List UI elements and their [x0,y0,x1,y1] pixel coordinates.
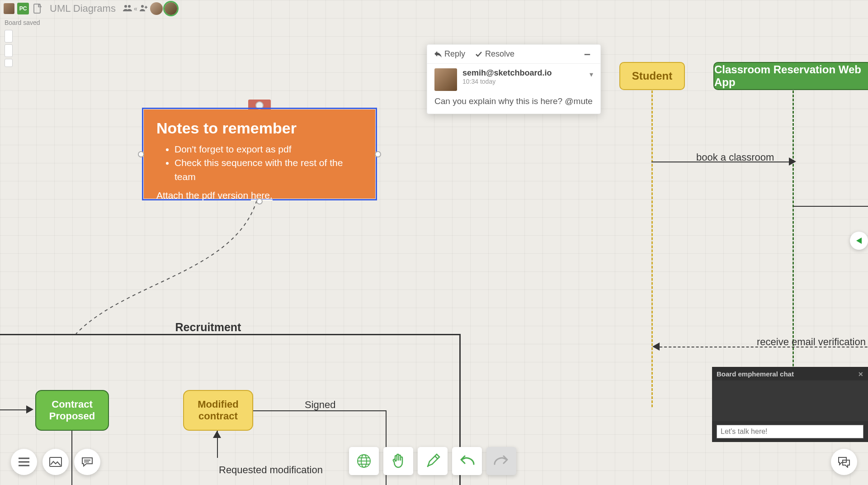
resize-handle-left[interactable] [138,151,144,157]
owner-avatar[interactable] [4,3,14,14]
panel-collapse-button[interactable] [850,232,868,250]
sequence-actor-student[interactable]: Student [619,62,685,90]
comments-icon[interactable] [74,449,100,475]
arrow-head-icon [26,405,33,414]
globe-icon[interactable] [349,447,379,475]
flow-label-requested: Requested modification [219,464,323,476]
resize-handle-bottom[interactable] [256,198,263,204]
redo-icon[interactable] [486,447,516,475]
arrow-head-icon [652,342,660,351]
insert-image-icon[interactable] [42,449,69,475]
sequence-actor-app[interactable]: Classroom Reservation Web App [713,62,868,90]
flow-label-signed: Signed [305,399,336,411]
comment-popup: Reply Resolve － semih@sketchboard.io 10:… [427,44,601,114]
comment-text: Can you explain why this is here? @mute [427,94,600,114]
zoom-fit-button[interactable] [5,59,13,67]
sticky-note[interactable]: Notes to remember Don't forget to export… [142,108,377,200]
svg-point-1 [124,5,127,8]
flow-line [0,409,28,410]
comment-user: semih@sketchboard.io [462,68,552,78]
resolve-button[interactable]: Resolve [475,49,514,59]
zoom-in-button[interactable] [5,30,13,43]
chat-messages[interactable] [712,380,868,421]
chat-title: Board emphemeral chat [717,370,794,378]
collaborator-avatar-1[interactable] [150,2,163,15]
undo-icon[interactable] [452,447,482,475]
state-contract-proposed[interactable]: Contract Proposed [35,390,109,431]
bottom-left-toolbar [11,449,100,475]
team-icon[interactable] [123,4,132,13]
arrow-head-icon [789,157,796,166]
note-bullet: Don't forget to export as pdf [175,143,363,156]
chat-toggle-icon[interactable] [831,449,857,475]
chat-title-bar[interactable]: Board emphemeral chat ✕ [712,367,868,380]
note-title: Notes to remember [156,119,363,137]
seq-arrow-out[interactable] [793,206,868,207]
recruitment-title: Recruitment [175,321,241,334]
add-user-icon[interactable] [139,4,148,13]
state-modified-contract[interactable]: Modified contract [183,390,253,431]
close-icon[interactable]: ✕ [858,371,863,378]
svg-point-3 [141,5,144,8]
arrow-head-icon [213,431,221,438]
hand-pan-icon[interactable] [383,447,413,475]
note-body[interactable]: Notes to remember Don't forget to export… [144,109,375,199]
chevron-down-icon[interactable]: ▾ [590,70,593,79]
flow-line [253,410,387,411]
chat-input[interactable] [717,425,863,438]
chevron-left-icon[interactable]: « [134,5,137,12]
collaborators-cluster: « [123,2,177,15]
top-bar: PC UML Diagrams « [0,0,868,17]
center-toolbar [349,447,516,475]
lifeline-student [651,90,653,407]
collaborator-avatar-2[interactable] [165,2,177,15]
comment-avatar [434,68,457,91]
save-status: Board saved [5,19,40,26]
seq-arrow-2[interactable] [660,347,868,347]
zoom-out-button[interactable] [5,44,13,57]
menu-icon[interactable] [11,449,37,475]
lifeline-app [793,90,794,407]
reply-button[interactable]: Reply [434,49,465,59]
comment-time: 10:34 today [462,78,552,85]
zoom-controls [5,30,13,67]
svg-point-2 [128,5,131,8]
pencil-draw-icon[interactable] [418,447,448,475]
user-initials-badge[interactable]: PC [17,3,29,14]
seq-arrow-1[interactable] [651,162,792,162]
minimize-icon[interactable]: － [581,52,593,56]
resize-handle-right[interactable] [375,151,381,157]
board-title[interactable]: UML Diagrams [50,3,116,14]
document-icon[interactable] [32,3,43,14]
chat-panel: Board emphemeral chat ✕ [712,367,868,442]
note-bullet: Check this sequence with the rest of the… [175,156,363,184]
